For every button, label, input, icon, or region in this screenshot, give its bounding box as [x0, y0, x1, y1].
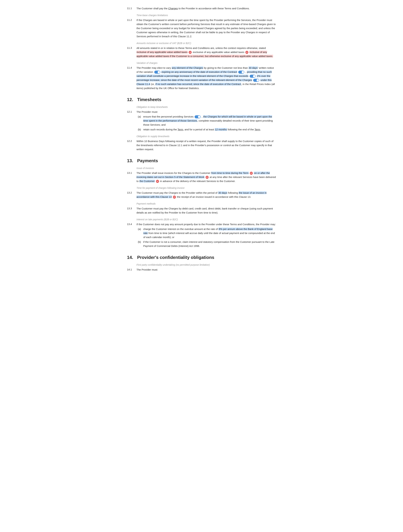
- clause-row: 11.4The Provider may elect to vary any e…: [127, 66, 276, 91]
- clause-text: Within 10 Business Days following receip…: [137, 139, 276, 151]
- highlight-blue: the Customer: [139, 180, 155, 183]
- sub-item: (a)charge the Customer interest on the o…: [138, 227, 276, 239]
- clause-subheading: Payment methods: [137, 202, 276, 206]
- highlight-blue: 30 days: [218, 191, 227, 194]
- clause-row: 13.1The Provider shall issue invoices fo…: [127, 171, 276, 184]
- highlight-blue: 12 months: [215, 128, 227, 131]
- clause-row: 12.2Within 10 Business Days following re…: [127, 139, 276, 152]
- section-title: Timesheets: [137, 96, 161, 103]
- clause-body: The Customer must pay the Charges to the…: [137, 191, 276, 200]
- clause-body: The Provider must:: [137, 268, 276, 272]
- clause-text: The Customer must pay the Charges by deb…: [137, 207, 276, 215]
- toggle-switch[interactable]: [195, 115, 201, 118]
- clause-row: 13.2The Customer must pay the Charges to…: [127, 191, 276, 200]
- clause-text: The Customer shall pay the Charges to th…: [137, 6, 276, 11]
- highlight-blue: the Charges for which will be based in w…: [143, 115, 272, 122]
- section-heading: 12.Timesheets: [127, 96, 276, 103]
- clause-subheading: Issue of invoices: [137, 166, 276, 170]
- highlight-blue: 8% per annum above the Bank of England b…: [143, 228, 273, 234]
- clause-number: 13.3: [127, 207, 137, 215]
- or-badge[interactable]: or: [189, 51, 192, 54]
- sub-item-body: charge the Customer interest on the over…: [143, 227, 276, 239]
- highlight-blue: any element of the Charges: [172, 66, 203, 69]
- clause-number: 12.1: [127, 110, 137, 132]
- clause-row: 12.1The Provider must:(a)ensure that the…: [127, 110, 276, 132]
- section-heading: 14.Provider's confidentiality obligation…: [127, 254, 276, 261]
- sub-item: (b)retain such records during the Term, …: [138, 127, 276, 132]
- clause-body: The Provider must:(a)ensure that the per…: [137, 110, 276, 132]
- section-number: 14.: [127, 254, 135, 261]
- clause-subheading: First party confidentiality undertaking …: [137, 263, 276, 267]
- sub-item-body: if the Customer is not a consumer, claim…: [143, 240, 276, 248]
- clause-row: 11.3All amounts stated in or in relation…: [127, 46, 276, 59]
- sub-item: (b)if the Customer is not a consumer, cl…: [138, 240, 276, 248]
- clause-body: If the Charges are based in whole or par…: [137, 18, 276, 39]
- underline-term: Term: [177, 128, 183, 131]
- clause-body: If the Customer does not pay any amount …: [137, 222, 276, 249]
- clause-subheading: Time-base charges limitations: [137, 13, 276, 17]
- highlight-red: inclusive of any applicable value added …: [137, 51, 188, 53]
- clause-row: 14.1The Provider must:: [127, 268, 276, 272]
- clause-subheading: Obligation to supply timesheets: [137, 135, 276, 138]
- document-container: 11.1The Customer shall pay the Charges t…: [127, 6, 276, 272]
- clause-number: 12.2: [127, 139, 137, 152]
- section-heading: 13.Payments: [127, 158, 276, 164]
- clause-body: The Customer shall pay the Charges to th…: [137, 6, 276, 11]
- section-number: 13.: [127, 158, 135, 164]
- clause-subheading: Interest on late payments (B2B or B2C): [137, 218, 276, 221]
- sub-item-body: ensure that the personnel providing Serv…: [143, 115, 276, 127]
- clause-row: 13.4If the Customer does not pay any amo…: [127, 222, 276, 249]
- clause-text: The Provider must:: [137, 268, 276, 272]
- clause-number: 13.1: [127, 171, 137, 184]
- highlight-blue: from time to time during the Term: [211, 171, 249, 174]
- highlight-blue: 30 days: [249, 66, 258, 69]
- clause-text: If the Customer does not pay any amount …: [137, 222, 276, 226]
- clause-text: If the Charges are based in whole or par…: [137, 18, 276, 38]
- clause-text: The Provider must:: [137, 110, 276, 114]
- section-title: Provider's confidentiality obligations: [137, 254, 214, 261]
- sub-item-label: (b): [138, 240, 143, 248]
- clause-subheading: Time for payment of charges following in…: [137, 186, 276, 190]
- section-title: Payments: [137, 158, 158, 164]
- underline-term: Charges: [168, 7, 178, 10]
- underline-term: Term: [254, 128, 260, 131]
- clause-row: 11.2If the Charges are based in whole or…: [127, 18, 276, 39]
- clause-subheading: Amounts inclusive or exclusive of VAT (B…: [137, 41, 276, 45]
- toggle-switch[interactable]: [253, 79, 259, 82]
- sub-item-label: (a): [138, 115, 143, 127]
- highlight-blue: expiring on any anniversary of the date …: [161, 70, 237, 73]
- toggle-switch[interactable]: [238, 71, 244, 74]
- highlight-blue: if no such variation has occurred, since…: [155, 83, 241, 86]
- clause-number: 13.4: [127, 222, 137, 249]
- clause-row: 13.3The Customer must pay the Charges by…: [127, 207, 276, 215]
- toggle-switch[interactable]: [154, 71, 160, 74]
- clause-number: 11.1: [127, 6, 137, 11]
- clause-number: 13.2: [127, 191, 137, 200]
- clause-text: The Customer must pay the Charges to the…: [137, 191, 276, 199]
- clause-text: The Provider shall issue invoices for th…: [137, 171, 276, 183]
- clause-body: The Provider shall issue invoices for th…: [137, 171, 276, 184]
- or-badge[interactable]: or: [250, 172, 253, 175]
- clause-number: 11.4: [127, 66, 137, 91]
- clause-subheading: Obligation to keep timesheets: [137, 105, 276, 109]
- highlight-blue: the issue of an invoice in accordance wi…: [137, 191, 266, 198]
- clause-body: All amounts stated in or in relation to …: [137, 46, 276, 59]
- or-badge[interactable]: or: [206, 176, 209, 179]
- sub-item-body: retain such records during the Term, and…: [143, 127, 276, 132]
- toggle-switch[interactable]: [250, 75, 256, 78]
- clause-number: 11.2: [127, 18, 137, 39]
- sub-item-label: (a): [138, 227, 143, 239]
- clause-row: 11.1The Customer shall pay the Charges t…: [127, 6, 276, 11]
- or-badge[interactable]: or: [245, 51, 248, 54]
- or-badge[interactable]: or: [173, 196, 176, 199]
- clause-text: All amounts stated in or in relation to …: [137, 46, 276, 58]
- clause-number: 14.1: [127, 268, 137, 272]
- clause-body: The Customer must pay the Charges by deb…: [137, 207, 276, 215]
- or-badge[interactable]: or: [156, 180, 159, 183]
- clause-body: Within 10 Business Days following receip…: [137, 139, 276, 152]
- clause-text: The Provider may elect to vary any eleme…: [137, 66, 276, 90]
- clause-subheading: Variation of charges: [137, 61, 276, 65]
- clause-body: The Provider may elect to vary any eleme…: [137, 66, 276, 91]
- sub-item-label: (b): [138, 127, 143, 132]
- sub-item: (a)ensure that the personnel providing S…: [138, 115, 276, 127]
